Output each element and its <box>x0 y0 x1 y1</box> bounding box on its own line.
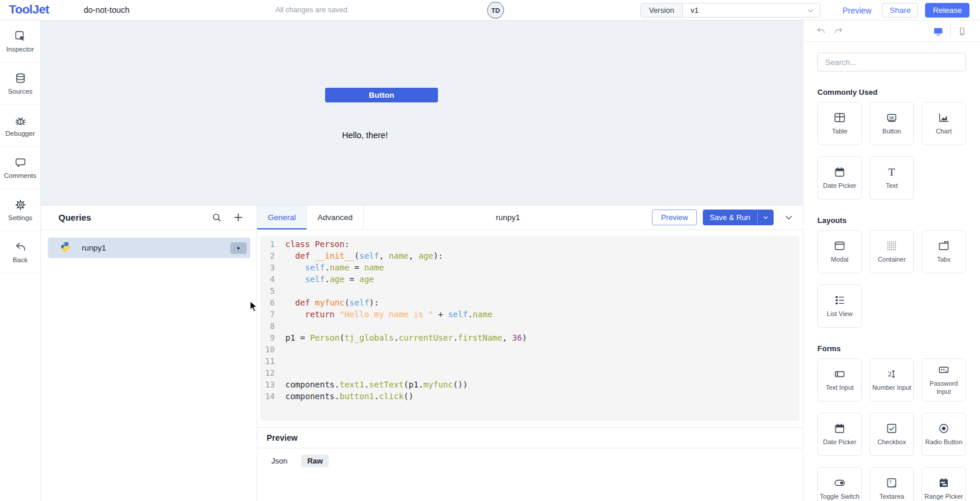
save-run-caret-icon[interactable] <box>757 210 774 225</box>
code-line: 4 self.age = age <box>260 273 799 285</box>
component-card-container[interactable]: Container <box>869 230 914 273</box>
inspector-icon <box>14 30 27 43</box>
code-editor[interactable]: 1class Person:2 def __init__(self, name,… <box>260 236 799 421</box>
sidebar-item-label: Settings <box>8 214 33 221</box>
version-label: Version <box>641 4 683 17</box>
textinput-icon <box>833 368 846 380</box>
code-line: 8 <box>260 320 799 332</box>
search-icon[interactable] <box>211 212 222 223</box>
sidebar-item-back[interactable]: Back <box>0 231 40 273</box>
preview-section-title: Preview <box>267 433 298 442</box>
component-card-label: Radio Button <box>925 438 962 447</box>
code-line: 11 <box>260 355 799 367</box>
component-card-button[interactable]: OKButton <box>869 102 914 145</box>
sidebar-item-debugger[interactable]: Debugger <box>0 105 40 147</box>
component-card-label: Container <box>878 256 906 264</box>
line-number: 4 <box>260 273 280 285</box>
component-card-label: Tabs <box>937 256 950 264</box>
component-card-modal[interactable]: Modal <box>817 230 862 273</box>
checkbox-icon <box>885 422 898 435</box>
component-card-textarea[interactable]: TTextarea <box>869 467 914 501</box>
code-line: 9p1 = Person(tj_globals.currentUser.firs… <box>260 332 799 344</box>
component-section-forms: FormsText Input2Number Input**Password I… <box>817 344 966 501</box>
line-number: 12 <box>260 367 280 379</box>
component-card-number-input[interactable]: 2Number Input <box>869 358 914 402</box>
component-card-label: Table <box>832 128 847 136</box>
release-button[interactable]: Release <box>925 3 969 18</box>
svg-text:2: 2 <box>888 370 892 378</box>
line-number: 9 <box>260 332 280 344</box>
svg-text:**: ** <box>941 368 946 373</box>
code-line: 2 def __init__(self, name, age): <box>260 250 799 262</box>
component-card-chart[interactable]: Chart <box>922 102 966 145</box>
table-icon <box>833 111 846 124</box>
button-icon: OK <box>885 111 898 124</box>
save-and-run-label: Save & Run <box>703 210 757 225</box>
share-button[interactable]: Share <box>882 3 918 18</box>
sidebar-item-inspector[interactable]: Inspector <box>0 20 40 63</box>
component-card-text-input[interactable]: Text Input <box>817 358 862 402</box>
tab-general[interactable]: General <box>257 205 307 229</box>
query-list-item[interactable]: runpy1 <box>48 238 250 258</box>
component-card-range-picker[interactable]: Range Picker <box>922 467 966 501</box>
gear-icon <box>14 198 27 211</box>
app-canvas[interactable]: Button Hello, there! <box>41 20 803 205</box>
app-name[interactable]: do-not-touch <box>84 5 130 15</box>
avatar[interactable]: TD <box>487 2 504 19</box>
preview-link[interactable]: Preview <box>843 6 872 15</box>
component-card-text[interactable]: TText <box>869 156 914 200</box>
query-panel: Queries run <box>41 205 803 501</box>
code-line: 1class Person: <box>260 238 799 250</box>
canvas-button-widget[interactable]: Button <box>325 88 438 102</box>
preview-section-header: Preview <box>257 427 803 448</box>
radio-icon <box>937 422 950 435</box>
preview-tab-raw[interactable]: Raw <box>301 455 329 467</box>
code-line: 6 def myfunc(self): <box>260 297 799 308</box>
section-title: Forms <box>817 344 966 353</box>
modal-icon <box>833 239 846 252</box>
sidebar-item-sources[interactable]: Sources <box>0 63 40 105</box>
component-card-label: Chart <box>936 128 952 136</box>
undo-icon[interactable] <box>816 26 826 36</box>
sidebar-item-comments[interactable]: Comments <box>0 147 40 189</box>
sidebar-item-label: Comments <box>4 172 37 179</box>
datepicker-icon <box>833 422 846 435</box>
component-section-layouts: LayoutsModalContainerTabsList View <box>817 216 966 328</box>
component-card-date-picker[interactable]: Date Picker <box>817 413 862 456</box>
component-card-label: Button <box>882 128 901 136</box>
code-line: 3 self.name = name <box>260 262 799 273</box>
component-card-toggle-switch[interactable]: Toggle Switch <box>817 467 862 501</box>
queries-title: Queries <box>58 212 91 222</box>
component-card-password-input[interactable]: **Password Input <box>922 358 966 402</box>
version-select[interactable]: Version v1 <box>640 3 820 18</box>
components-panel-toolbar <box>803 20 980 42</box>
query-preview-button[interactable]: Preview <box>652 210 696 225</box>
canvas-text-widget[interactable]: Hello, there! <box>342 131 388 140</box>
add-query-icon[interactable] <box>233 212 244 223</box>
component-card-radio-button[interactable]: Radio Button <box>922 413 966 456</box>
datepicker-icon <box>833 166 846 179</box>
mobile-layout-icon[interactable] <box>957 26 967 36</box>
database-icon <box>14 72 27 85</box>
preview-tab-json[interactable]: Json <box>267 455 292 467</box>
toggle-icon <box>833 476 846 489</box>
collapse-panel-chevron-icon[interactable] <box>783 212 795 224</box>
component-card-list-view[interactable]: List View <box>817 284 862 328</box>
component-card-checkbox[interactable]: Checkbox <box>869 413 914 456</box>
component-card-tabs[interactable]: Tabs <box>922 230 966 273</box>
tab-advanced[interactable]: Advanced <box>307 205 364 229</box>
save-and-run-button[interactable]: Save & Run <box>703 210 774 225</box>
tooljet-logo[interactable]: ToolJet <box>9 2 49 16</box>
desktop-layout-icon[interactable] <box>933 26 944 37</box>
sidebar-item-label: Debugger <box>5 130 35 137</box>
play-icon <box>235 245 242 252</box>
query-list-panel: Queries run <box>41 205 257 501</box>
container-icon <box>885 239 898 252</box>
component-card-date-picker[interactable]: Date Picker <box>817 156 862 200</box>
component-card-table[interactable]: Table <box>817 102 862 145</box>
redo-icon[interactable] <box>833 26 843 36</box>
listview-icon <box>833 294 846 307</box>
sidebar-item-settings[interactable]: Settings <box>0 189 40 231</box>
component-search-input[interactable] <box>817 53 966 71</box>
run-query-button[interactable] <box>230 242 247 254</box>
